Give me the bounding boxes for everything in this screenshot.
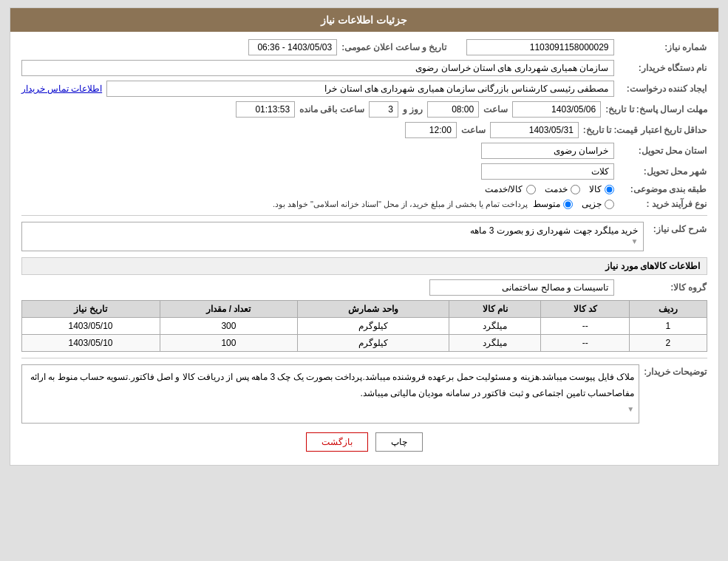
col-vahed: واحد شمارش: [298, 301, 449, 318]
cell-nam: میلگرد: [449, 335, 541, 352]
cell-kod: --: [541, 335, 630, 352]
table-row: 1--میلگردکیلوگرم3001403/05/10: [21, 318, 707, 335]
tabaqe-khadamat-item: خدمت: [545, 184, 580, 194]
mohlat-rooz-label: روز و: [403, 104, 423, 115]
cell-tedad: 300: [160, 318, 298, 335]
noe-motevaset-label: متوسط: [533, 199, 560, 209]
row-ostan: استان محل تحویل: خراسان رضوی: [21, 143, 707, 159]
cell-radif: 2: [630, 335, 707, 352]
tosihaat-label: توضیحات خریدار:: [644, 364, 707, 377]
hadaqal-label: حداقل تاریخ اعتبار قیمت: تا تاریخ:: [583, 125, 707, 135]
noeFarayand-label: نوع فرآیند خرید :: [619, 199, 707, 209]
cell-kod: --: [541, 318, 630, 335]
mohlat-date: 1403/05/06: [512, 101, 601, 118]
shomareNiaz-label: شماره نیاز:: [619, 42, 707, 52]
shomareNiaz-value: 1103091158000029: [466, 39, 614, 55]
mohlat-saat-label: ساعت: [483, 104, 508, 115]
page-header: جزئیات اطلاعات نیاز: [10, 8, 718, 32]
ijad-link[interactable]: اطلاعات تماس خریدار: [21, 84, 103, 94]
tabaqe-label: طبقه بندی موضوعی:: [619, 184, 707, 194]
cell-tarikh: 1403/05/10: [21, 318, 160, 335]
sharh-arrow: ▼: [631, 237, 639, 245]
back-button[interactable]: بازگشت: [306, 432, 368, 452]
mohlat-mande-label: ساعت باقی مانده: [299, 104, 364, 115]
row-shahr: شهر محل تحویل: کلات: [21, 163, 707, 180]
btn-row: چاپ بازگشت: [21, 432, 707, 452]
tosihaat-box: ملاک فایل پیوست میباشد.هزینه و مسئولیت ح…: [21, 364, 640, 424]
group-value: تاسیسات و مصالح ساختمانی: [429, 279, 614, 296]
mohlat-saat: 08:00: [427, 101, 479, 118]
tabaqe-kala-label: کالا: [589, 184, 602, 194]
tabaqe-kala-khadamat-radio[interactable]: [526, 185, 536, 194]
page-container: جزئیات اطلاعات نیاز شماره نیاز: 11030911…: [10, 7, 719, 466]
row-namdastgah: نام دستگاه خریدار: سازمان همیاری شهرداری…: [21, 60, 707, 76]
hadaqal-saat: 12:00: [405, 122, 457, 138]
row-mohlat: مهلت ارسال پاسخ: تا تاریخ: 1403/05/06 سا…: [21, 101, 707, 118]
shahr-value: کلات: [481, 163, 614, 180]
ostan-value: خراسان رضوی: [481, 143, 614, 159]
page-title: جزئیات اطلاعات نیاز: [321, 14, 407, 26]
group-row: گروه کالا: تاسیسات و مصالح ساختمانی: [21, 279, 707, 296]
sharh-text: خرید میلگرد جهت شهرداری زو بصورت 3 ماهه: [470, 225, 638, 236]
table-header-row: ردیف کد کالا نام کالا واحد شمارش تعداد /…: [21, 301, 707, 318]
table-row: 2--میلگردکیلوگرم1001403/05/10: [21, 335, 707, 352]
noeFarayand-desc: پرداخت تمام یا بخشی از مبلغ خرید، از محل…: [21, 200, 528, 209]
col-kod: کد کالا: [541, 301, 630, 318]
shrh-section: شرح کلی نیاز: خرید میلگرد جهت شهرداری زو…: [21, 222, 707, 251]
row-hadaqal: حداقل تاریخ اعتبار قیمت: تا تاریخ: 1403/…: [21, 122, 707, 138]
cell-vahed: کیلوگرم: [298, 335, 449, 352]
tabaqe-khadamat-label: خدمت: [545, 184, 568, 194]
kalaha-table: ردیف کد کالا نام کالا واحد شمارش تعداد /…: [21, 300, 707, 352]
content-area: شماره نیاز: 1103091158000029 تاریخ و ساع…: [10, 32, 718, 465]
divider-1: [21, 215, 707, 216]
row-tabaqe: طبقه بندی موضوعی: کالا خدمت کالا/خدمت: [21, 184, 707, 194]
tabaqe-kala-khadamat-label: کالا/خدمت: [485, 184, 523, 194]
noeFarayand-radio-group: جزیی متوسط: [533, 199, 614, 209]
mohlat-mande: 01:13:53: [236, 101, 295, 118]
noe-motevaset-item: متوسط: [533, 199, 573, 209]
kalaha-title: اطلاعات کالاهای مورد نیاز: [21, 257, 707, 275]
print-button[interactable]: چاپ: [375, 432, 423, 452]
row-ijad: ایجاد کننده درخواست: مصطفی رئیسی کارشناس…: [21, 81, 707, 97]
hadaqal-saat-label: ساعت: [461, 125, 486, 135]
noe-jozii-label: جزیی: [582, 199, 602, 209]
cell-tedad: 100: [160, 335, 298, 352]
mohlat-label: مهلت ارسال پاسخ: تا تاریخ:: [605, 104, 707, 115]
tarikh-value: 1403/05/03 - 06:36: [248, 39, 337, 55]
row-shomara-tarikh: شماره نیاز: 1103091158000029 تاریخ و ساع…: [21, 39, 707, 55]
cell-vahed: کیلوگرم: [298, 318, 449, 335]
ijad-value: مصطفی رئیسی کارشناس بازرگانی سازمان همیا…: [106, 81, 613, 97]
divider-2: [21, 358, 707, 358]
cell-nam: میلگرد: [449, 318, 541, 335]
noe-jozii-item: جزیی: [582, 199, 614, 209]
hadaqal-date: 1403/05/31: [490, 122, 579, 138]
ostan-label: استان محل تحویل:: [619, 146, 707, 156]
noe-jozii-radio[interactable]: [605, 200, 614, 209]
noe-motevaset-radio[interactable]: [563, 200, 573, 209]
cell-tarikh: 1403/05/10: [21, 335, 160, 352]
group-label: گروه کالا:: [619, 282, 707, 293]
tabaqe-khadamat-radio[interactable]: [571, 185, 580, 194]
col-nam: نام کالا: [449, 301, 541, 318]
col-tedad: تعداد / مقدار: [160, 301, 298, 318]
tosihaat-arrow: ▼: [627, 405, 634, 413]
shahr-label: شهر محل تحویل:: [619, 166, 707, 177]
col-radif: ردیف: [630, 301, 707, 318]
sharh-label: شرح کلی نیاز:: [648, 222, 707, 234]
tabaqe-kala-radio[interactable]: [605, 185, 614, 194]
mohlat-rooz: 3: [369, 101, 398, 118]
sharh-value: خرید میلگرد جهت شهرداری زو بصورت 3 ماهه …: [21, 222, 644, 251]
ijad-label: ایجاد کننده درخواست:: [619, 84, 707, 94]
kalaha-table-wrap: ردیف کد کالا نام کالا واحد شمارش تعداد /…: [21, 300, 707, 352]
namDastgah-label: نام دستگاه خریدار:: [619, 63, 707, 73]
namDastgah-value: سازمان همیاری شهرداری های استان خراسان ر…: [21, 60, 614, 76]
col-tarikh: تاریخ نیاز: [21, 301, 160, 318]
tarikh-label: تاریخ و ساعت اعلان عمومی:: [341, 42, 446, 52]
cell-radif: 1: [630, 318, 707, 335]
tabaqe-radio-group: کالا خدمت کالا/خدمت: [485, 184, 613, 194]
tosihaat-text: ملاک فایل پیوست میباشد.هزینه و مسئولیت ح…: [30, 372, 634, 398]
tosihaat-section: توضیحات خریدار: ملاک فایل پیوست میباشد.ه…: [21, 364, 707, 424]
tabaqe-kala-khadamat-item: کالا/خدمت: [485, 184, 535, 194]
row-noefar: نوع فرآیند خرید : جزیی متوسط پرداخت تمام…: [21, 199, 707, 209]
tabaqe-kala-item: کالا: [589, 184, 614, 194]
